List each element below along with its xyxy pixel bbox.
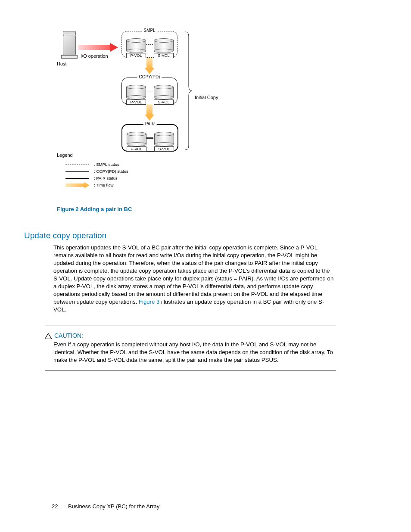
pvol-label: P-VOL	[126, 100, 146, 105]
svol-cylinder-icon: S-VOL	[154, 38, 173, 52]
caution-triangle-icon	[45, 333, 52, 339]
io-operation-label: I/O operation	[81, 53, 108, 59]
section-heading: Update copy operation	[24, 231, 106, 240]
brace-icon	[184, 31, 193, 151]
pvol-cylinder-icon: P-VOL	[126, 38, 145, 52]
host-icon	[61, 31, 77, 57]
state-copypd: COPY(PD) P-VOL S-VOL	[121, 78, 177, 104]
legend-item-flow: : Time flow	[65, 182, 143, 189]
svol-label: S-VOL	[154, 146, 174, 152]
time-flow-arrow-icon	[146, 58, 153, 74]
caution-text: Even if a copy operation is completed wi…	[53, 341, 336, 364]
state-smpl: SMPL P-VOL S-VOL	[121, 31, 177, 58]
caution-label: CAUTION:	[54, 332, 83, 339]
legend-text: : SMPL status	[91, 161, 119, 168]
state-pair: PAIR P-VOL S-VOL	[121, 124, 178, 152]
figure-caption: Figure 2 Adding a pair in BC	[57, 206, 132, 212]
body-text: This operation updates the S-VOL of a BC…	[53, 244, 333, 305]
time-flow-arrow-icon	[146, 104, 153, 121]
page-number: 22	[52, 503, 58, 510]
legend-item-smpl: : SMPL status	[65, 161, 143, 168]
svol-cylinder-icon: S-VOL	[154, 132, 173, 146]
state-copypd-title: COPY(PD)	[137, 75, 162, 79]
caution-block: CAUTION: Even if a copy operation is com…	[45, 326, 336, 370]
legend-text: : Time flow	[91, 182, 113, 189]
host-label: Host	[57, 61, 67, 66]
state-pair-title: PAIR	[143, 121, 157, 126]
figure-diagram: Host I/O operation SMPL P-VOL S-VOL	[57, 27, 238, 199]
legend-item-pair: : PAIR status	[65, 175, 143, 182]
pvol-label: P-VOL	[126, 53, 146, 58]
figure-3-link[interactable]: Figure 3	[139, 299, 159, 305]
legend-item-copypd: : COPY(PD) status	[65, 168, 143, 175]
legend-text: : PAIR status	[91, 175, 118, 182]
io-arrow	[78, 43, 119, 52]
svol-label: S-VOL	[154, 53, 174, 58]
body-paragraph: This operation updates the S-VOL of a BC…	[53, 244, 336, 314]
pvol-cylinder-icon: P-VOL	[127, 132, 146, 146]
footer-title: Business Copy XP (BC) for the Array	[68, 503, 159, 510]
svol-cylinder-icon: S-VOL	[154, 85, 173, 99]
pvol-label: P-VOL	[127, 146, 146, 152]
legend: : SMPL status : COPY(PD) status : PAIR s…	[65, 161, 143, 189]
state-smpl-title: SMPL	[142, 28, 157, 33]
page: Host I/O operation SMPL P-VOL S-VOL	[0, 0, 411, 532]
legend-text: : COPY(PD) status	[91, 168, 128, 175]
initial-copy-label: Initial Copy	[195, 95, 218, 100]
svol-label: S-VOL	[154, 100, 174, 105]
page-footer: 22 Business Copy XP (BC) for the Array	[52, 503, 159, 510]
pvol-cylinder-icon: P-VOL	[126, 85, 145, 99]
legend-title: Legend	[57, 152, 73, 158]
